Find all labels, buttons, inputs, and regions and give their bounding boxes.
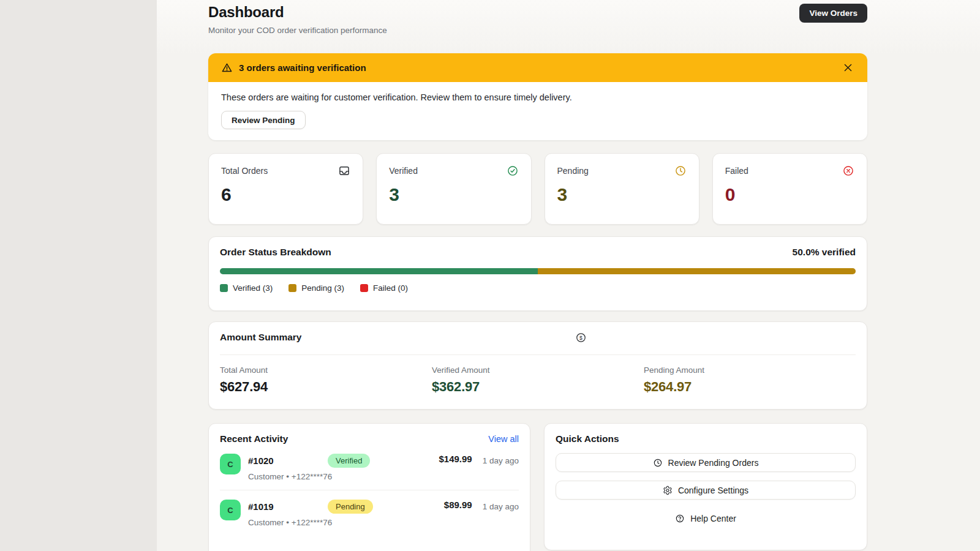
amount-label: Total Amount	[220, 365, 432, 375]
legend-label: Pending (3)	[301, 283, 344, 293]
close-icon[interactable]	[841, 61, 854, 75]
help-circle-icon	[675, 514, 685, 523]
failed-swatch	[360, 284, 368, 292]
stat-card-total-orders: Total Orders 6	[208, 153, 363, 225]
x-circle-icon	[842, 165, 854, 177]
alert-body: These orders are waiting for customer ve…	[208, 82, 867, 140]
gear-icon	[663, 485, 673, 495]
activity-row[interactable]: C #1020 Verified Customer • +122****76 $…	[220, 444, 519, 490]
action-label: Review Pending Orders	[668, 458, 759, 468]
help-center-button[interactable]: Help Center	[556, 509, 856, 528]
stat-label: Total Orders	[221, 166, 268, 176]
status-progress-bar	[220, 268, 856, 274]
review-pending-button[interactable]: Review Pending	[221, 111, 306, 129]
stats-row: Total Orders 6 Verified	[208, 153, 867, 225]
amount-total: Total Amount $627.94	[220, 365, 432, 395]
amount-value: $264.97	[644, 379, 856, 395]
action-label: Help Center	[690, 514, 736, 523]
quick-actions-card: Quick Actions Review Pending Orders	[544, 423, 867, 550]
stat-value: 0	[725, 184, 854, 205]
warning-icon	[221, 62, 233, 73]
divider	[220, 354, 856, 355]
view-all-link[interactable]: View all	[488, 434, 519, 444]
recent-activity-card: Recent Activity View all C #1020 Verifie…	[208, 423, 530, 551]
order-status-breakdown-card: Order Status Breakdown 50.0% verified Ve…	[208, 236, 867, 311]
stat-card-pending: Pending 3	[545, 153, 699, 225]
action-label: Configure Settings	[678, 485, 748, 495]
alert-header: 3 orders awaiting verification	[208, 53, 867, 82]
stat-card-failed: Failed 0	[712, 153, 867, 225]
customer-info: Customer • +122****76	[248, 472, 370, 481]
legend-item-failed: Failed (0)	[360, 283, 408, 293]
clock-icon	[674, 165, 687, 177]
page-title: Dashboard	[208, 4, 387, 21]
legend-label: Failed (0)	[373, 283, 408, 293]
alert-title: 3 orders awaiting verification	[239, 62, 366, 73]
amount-value: $362.97	[432, 379, 644, 395]
status-badge: Verified	[328, 454, 370, 468]
quick-actions-title: Quick Actions	[556, 433, 619, 444]
main-area: Dashboard Monitor your COD order verific…	[157, 0, 980, 551]
amount-summary-title: Amount Summary	[220, 332, 302, 342]
order-amount: $89.99	[444, 500, 472, 510]
breakdown-title: Order Status Breakdown	[220, 247, 331, 258]
dollar-circle-icon: $	[575, 332, 587, 343]
activity-row[interactable]: C #1019 Pending Customer • +122****76 $8…	[220, 490, 519, 536]
page-header: Dashboard Monitor your COD order verific…	[208, 4, 867, 35]
left-rail	[0, 0, 157, 551]
stat-card-verified: Verified 3	[376, 153, 531, 225]
order-number: #1020	[248, 455, 328, 466]
svg-text:$: $	[579, 335, 582, 341]
configure-settings-button[interactable]: Configure Settings	[556, 481, 856, 500]
avatar: C	[220, 500, 241, 520]
check-circle-icon	[507, 165, 519, 177]
inbox-icon	[338, 165, 350, 177]
progress-segment-verified	[220, 268, 538, 274]
clock-icon	[653, 458, 663, 468]
legend-item-pending: Pending (3)	[288, 283, 344, 293]
amount-summary-card: Amount Summary $ Total Amount $627.94 Ve…	[208, 321, 867, 410]
progress-segment-pending	[538, 268, 856, 274]
view-orders-button[interactable]: View Orders	[799, 4, 867, 23]
alert-message: These orders are waiting for customer ve…	[221, 92, 854, 102]
pending-swatch	[288, 284, 296, 292]
stat-label: Failed	[725, 166, 748, 176]
order-time: 1 day ago	[483, 502, 519, 511]
stat-value: 3	[389, 184, 518, 205]
verified-swatch	[220, 284, 228, 292]
amount-label: Pending Amount	[644, 365, 856, 375]
legend-item-verified: Verified (3)	[220, 283, 273, 293]
amount-label: Verified Amount	[432, 365, 644, 375]
recent-activity-title: Recent Activity	[220, 433, 288, 444]
review-pending-orders-button[interactable]: Review Pending Orders	[556, 453, 856, 472]
order-time: 1 day ago	[483, 456, 519, 465]
page-subtitle: Monitor your COD order verification perf…	[208, 26, 387, 35]
stat-label: Pending	[557, 166, 589, 176]
amount-value: $627.94	[220, 379, 432, 395]
status-badge: Pending	[328, 500, 373, 514]
stat-value: 6	[221, 184, 350, 205]
status-legend: Verified (3) Pending (3) Failed (0)	[220, 283, 856, 293]
order-amount: $149.99	[439, 454, 472, 464]
stat-value: 3	[557, 184, 687, 205]
amount-verified: Verified Amount $362.97	[432, 365, 644, 395]
amount-pending: Pending Amount $264.97	[644, 365, 856, 395]
legend-label: Verified (3)	[233, 283, 273, 293]
pending-alert: 3 orders awaiting verification These ord…	[208, 53, 867, 140]
stat-label: Verified	[389, 166, 418, 176]
verified-percentage: 50.0% verified	[793, 247, 856, 258]
customer-info: Customer • +122****76	[248, 518, 373, 527]
avatar: C	[220, 454, 241, 474]
order-number: #1019	[248, 501, 328, 512]
